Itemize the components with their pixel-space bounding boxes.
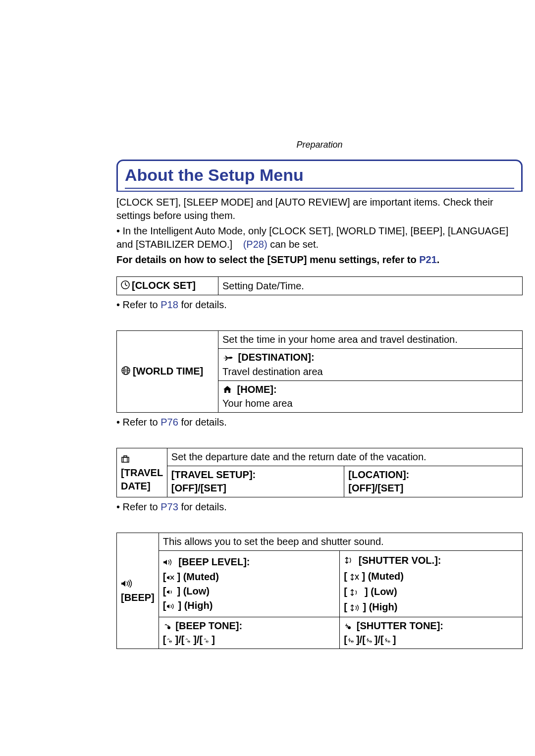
intro-text: [CLOCK SET], [SLEEP MODE] and [AUTO REVI… <box>116 196 523 267</box>
beeplevel-low: [] (Low) <box>163 586 210 596</box>
intro-p3b: . <box>437 254 440 265</box>
sep: ]/[ <box>193 634 203 645</box>
beep-table: [BEEP] This allows you to set the beep a… <box>116 533 523 649</box>
traveldate-note: • Refer to P73 for details. <box>116 500 523 514</box>
beep-desc: This allows you to set the beep and shut… <box>159 533 522 550</box>
link-p18[interactable]: P18 <box>160 299 178 310</box>
worldtime-label-cell: [WORLD TIME] <box>117 331 218 412</box>
svg-rect-6 <box>122 457 129 462</box>
clock-icon <box>121 279 130 293</box>
svg-text:2: 2 <box>370 640 372 643</box>
table-row: [BEEP TONE]: [1]/[2]/[3] [SHUTTER TONE]:… <box>117 617 523 649</box>
shutter-icon <box>344 553 354 569</box>
clockset-note: • Refer to P18 for details. <box>116 298 523 312</box>
beeplevel-muted: [] (Muted) <box>163 571 219 582</box>
opt-muted: ] (Muted) <box>362 571 403 582</box>
intro-p2: • In the Intelligent Auto Mode, only [CL… <box>116 224 523 251</box>
note-text-b: for details. <box>178 417 227 428</box>
clockset-table: [CLOCK SET] Setting Date/Time. <box>116 276 523 295</box>
globe-icon <box>121 365 131 378</box>
intro-p3: For details on how to select the [SETUP]… <box>116 253 523 267</box>
beeplevel-high: [] (High) <box>163 600 213 611</box>
svg-text:3: 3 <box>388 640 390 643</box>
shuttervol-cell: [SHUTTER VOL.]: [ ] (Muted) [ ] (Low) [ … <box>340 550 523 617</box>
clockset-label: [CLOCK SET] <box>132 280 196 291</box>
shuttervol-muted: [ ] (Muted) <box>344 571 404 582</box>
intro-p2b: can be set. <box>268 239 319 250</box>
table-row: [TRAVEL DATE] Set the departure date and… <box>117 448 523 466</box>
link-p73[interactable]: P73 <box>160 501 178 512</box>
link-p28[interactable]: (P28) <box>243 239 268 250</box>
opt-high: ] (High) <box>178 600 213 611</box>
opt-muted: ] (Muted) <box>177 571 218 582</box>
table-row: [CLOCK SET] Setting Date/Time. <box>117 277 523 295</box>
title-box: About the Setup Menu <box>116 160 523 192</box>
worldtime-note: • Refer to P76 for details. <box>116 416 523 429</box>
link-p76[interactable]: P76 <box>160 417 178 428</box>
beeptone-title: [BEEP TONE]: <box>175 620 242 631</box>
beeplevel-cell: [BEEP LEVEL]: [] (Muted) [] (Low) [] (Hi… <box>159 550 339 617</box>
worldtime-desc: Set the time in your home area and trave… <box>218 331 523 349</box>
destination-title: [DESTINATION]: <box>238 352 315 363</box>
location-cell: [LOCATION]: [OFF]/[SET] <box>344 466 523 497</box>
note-text: • Refer to <box>116 417 160 428</box>
beeptone-opts: [1]/[2]/[3] <box>163 634 215 645</box>
svg-text:1: 1 <box>170 640 172 643</box>
beep-icon <box>163 555 174 570</box>
table-row: [BEEP LEVEL]: [] (Muted) [] (Low) [] (Hi… <box>117 550 523 617</box>
note-text-b: for details. <box>178 299 227 310</box>
beep-label-cell: [BEEP] <box>117 533 159 648</box>
tone-icon <box>163 620 171 633</box>
traveldate-label-cell: [TRAVEL DATE] <box>117 448 167 497</box>
sep: ]/[ <box>356 634 366 645</box>
svg-text:3: 3 <box>206 640 208 643</box>
traveldate-desc: Set the departure date and the return da… <box>167 448 522 466</box>
home-icon <box>222 383 232 397</box>
clockset-label-cell: [CLOCK SET] <box>117 277 218 295</box>
note-text: • Refer to <box>116 501 160 512</box>
beep-label: [BEEP] <box>121 592 155 603</box>
travel-setup-cell: [TRAVEL SETUP]: [OFF]/[SET] <box>167 466 344 497</box>
shuttertone-title: [SHUTTER TONE]: <box>357 620 443 631</box>
page-title: About the Setup Menu <box>125 164 514 189</box>
section-header: Preparation <box>116 139 523 151</box>
home-title: [HOME]: <box>237 384 277 395</box>
opt-low: ] (Low) <box>365 586 397 597</box>
intro-p3a: For details on how to select the [SETUP]… <box>116 254 419 265</box>
shuttertone-opts: [1]/[2]/[3] <box>344 634 396 645</box>
travel-setup-opts: [OFF]/[SET] <box>171 483 226 493</box>
svg-point-14 <box>167 626 170 629</box>
svg-text:2: 2 <box>188 640 190 643</box>
traveldate-table: [TRAVEL DATE] Set the departure date and… <box>116 448 523 497</box>
worldtime-table: [WORLD TIME] Set the time in your home a… <box>116 330 523 412</box>
travel-setup-title: [TRAVEL SETUP]: <box>171 469 256 480</box>
link-p21[interactable]: P21 <box>419 254 437 265</box>
shuttervol-title: [SHUTTER VOL.]: <box>359 555 441 566</box>
svg-text:1: 1 <box>351 640 353 643</box>
home-sub: Your home area <box>222 398 293 409</box>
beeptone-cell: [BEEP TONE]: [1]/[2]/[3] <box>159 617 339 649</box>
shuttertone-cell: [SHUTTER TONE]: [1]/[2]/[3] <box>340 617 523 649</box>
sep: ]/[ <box>175 634 184 645</box>
shuttervol-low: [ ] (Low) <box>344 586 397 597</box>
opt-high: ] (High) <box>363 601 397 612</box>
intro-p1: [CLOCK SET], [SLEEP MODE] and [AUTO REVI… <box>116 196 523 222</box>
svg-point-21 <box>348 626 351 629</box>
location-title: [LOCATION]: <box>348 469 409 480</box>
sep: ]/[ <box>374 634 384 645</box>
destination-sub: Travel destination area <box>222 366 323 377</box>
beep-icon <box>121 578 133 591</box>
note-text: • Refer to <box>116 299 160 310</box>
svg-rect-7 <box>124 456 127 457</box>
suitcase-icon <box>121 453 130 466</box>
table-row: [WORLD TIME] Set the time in your home a… <box>117 331 523 349</box>
table-row: [TRAVEL SETUP]: [OFF]/[SET] [LOCATION]: … <box>117 466 523 497</box>
plane-icon <box>222 352 233 365</box>
tone-icon <box>344 620 352 633</box>
shuttervol-high: [ ] (High) <box>344 601 397 612</box>
worldtime-home: [HOME]: Your home area <box>218 380 523 412</box>
table-row: [BEEP] This allows you to set the beep a… <box>117 533 523 550</box>
clockset-desc: Setting Date/Time. <box>218 277 523 295</box>
note-text-b: for details. <box>178 501 227 512</box>
worldtime-destination: [DESTINATION]: Travel destination area <box>218 349 523 380</box>
